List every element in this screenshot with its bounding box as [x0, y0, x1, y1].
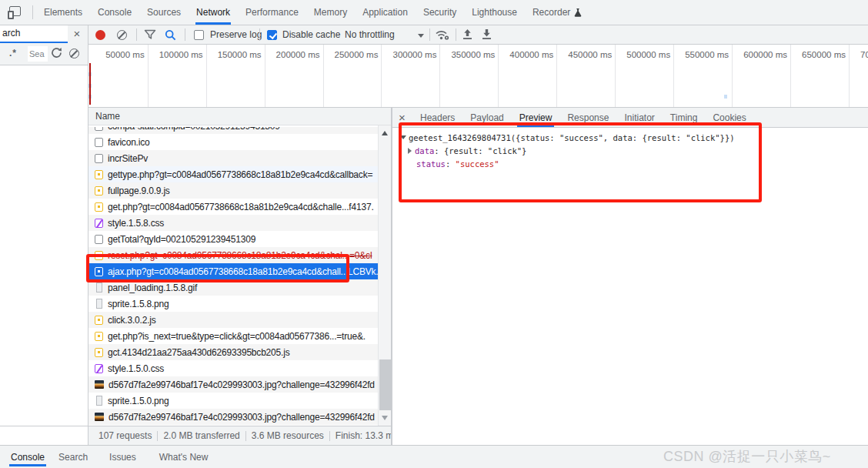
timeline-gridline	[790, 45, 791, 107]
network-toolbar: Preserve log Disable cache No throttling	[88, 25, 868, 45]
tab-label: Memory	[314, 7, 347, 18]
timeline-gridline	[381, 45, 382, 107]
request-name: getTotal?qyId=002105291239451309	[108, 234, 378, 245]
stylesheet-icon	[95, 219, 103, 228]
request-row[interactable]: sprite.1.5.8.png	[88, 296, 378, 312]
request-row[interactable]: gettype.php?gt=c0084ad0567738668c18a81b2…	[88, 166, 378, 182]
regex-toggle-icon[interactable]: .*	[9, 48, 17, 58]
stylesheet-icon	[95, 364, 103, 373]
toggle-device-toolbar-icon[interactable]	[6, 3, 29, 22]
close-icon[interactable]: ×	[70, 27, 84, 41]
script-icon	[95, 332, 103, 341]
tab-network[interactable]: Network	[189, 0, 238, 25]
timeline-gridline	[732, 45, 733, 107]
request-name: compa-stati.compid=002105291239451309	[108, 127, 378, 132]
script-icon	[95, 202, 103, 212]
scrollbar-thumb[interactable]	[379, 359, 392, 410]
timeline-gridline	[673, 45, 674, 107]
timeline-label: 300000 ms	[389, 45, 436, 65]
refresh-icon[interactable]	[51, 47, 62, 62]
request-name: sprite.1.5.8.png	[108, 299, 378, 309]
export-har-icon[interactable]	[482, 29, 492, 43]
timeline-label: 150000 ms	[214, 45, 262, 65]
document-icon	[95, 138, 103, 147]
request-row[interactable]: sprite.1.5.0.png	[88, 393, 378, 409]
tab-recorder[interactable]: Recorder	[525, 0, 589, 25]
tab-application[interactable]: Application	[355, 0, 416, 25]
tab-memory[interactable]: Memory	[306, 0, 355, 25]
timeline-gridline	[323, 45, 324, 107]
tab-security[interactable]: Security	[416, 0, 464, 25]
script-icon	[95, 170, 103, 179]
request-row[interactable]: d567d7fa2e99746baf17e4c029993003.jpg?cha…	[88, 409, 378, 425]
import-har-icon[interactable]	[462, 29, 472, 43]
record-icon[interactable]	[95, 30, 105, 40]
throttling-select[interactable]: No throttling	[345, 25, 395, 45]
tab-elements[interactable]: Elements	[36, 0, 90, 25]
drawer-tab-issues[interactable]: Issues	[108, 446, 138, 468]
preserve-log-label[interactable]: Preserve log	[210, 25, 262, 45]
scrollbar-down-icon[interactable]	[382, 416, 388, 420]
timeline-gridline	[148, 45, 149, 107]
separator	[329, 431, 330, 441]
request-row[interactable]: fullpage.9.0.9.js	[88, 182, 378, 199]
search-input[interactable]: arch	[0, 25, 68, 43]
search-button[interactable]: Sea	[28, 46, 48, 62]
request-name: gettype.php?gt=c0084ad0567738668c18a81b2…	[108, 169, 378, 180]
request-row[interactable]: get.php?is_next=true&type=click&gt=c0084…	[88, 328, 378, 344]
timeline-gridline	[849, 45, 850, 107]
tab-performance[interactable]: Performance	[238, 0, 306, 25]
drawer-tab-search[interactable]: Search	[57, 446, 89, 468]
document-icon	[95, 154, 103, 163]
request-row[interactable]: d567d7fa2e99746baf17e4c029993003.jpg?cha…	[88, 376, 378, 393]
search-icon[interactable]	[165, 29, 176, 44]
drawer-tab-console[interactable]: Console	[9, 446, 46, 468]
request-name: style.1.5.0.css	[108, 363, 378, 374]
request-row[interactable]: compa-stati.compid=002105291239451309	[88, 127, 378, 134]
scrollbar-up-icon[interactable]	[382, 131, 388, 135]
thumbnail-icon	[95, 380, 104, 389]
request-name: click.3.0.2.js	[108, 315, 378, 326]
request-row[interactable]: gct.4134d21aa275aa430d62693395bcb205.js	[88, 344, 378, 360]
tab-label: Lighthouse	[472, 7, 517, 18]
search-drawer-header: arch ×	[0, 25, 88, 44]
tab-lighthouse[interactable]: Lighthouse	[464, 0, 525, 25]
timeline-label: 650000 ms	[798, 45, 846, 65]
summary-bar: 107 requests2.0 MB transferred3.6 MB res…	[88, 426, 391, 445]
separator	[157, 431, 158, 441]
timeline-label: 500000 ms	[623, 45, 670, 65]
image-icon	[96, 299, 102, 309]
request-row[interactable]: style.1.5.8.css	[88, 215, 378, 231]
request-row[interactable]: incrSitePv	[88, 150, 378, 166]
request-row[interactable]: click.3.0.2.js	[88, 312, 378, 328]
disable-cache-label[interactable]: Disable cache	[282, 25, 340, 45]
tab-label: Network	[196, 7, 230, 18]
request-row[interactable]: style.1.5.0.css	[88, 360, 378, 376]
separator	[245, 431, 246, 441]
drawer-tab-what-s-new[interactable]: What's New	[158, 446, 210, 468]
script-icon	[95, 348, 103, 357]
tab-console[interactable]: Console	[90, 0, 139, 25]
tab-label: Performance	[245, 7, 299, 18]
request-name: gct.4134d21aa275aa430d62693395bcb205.js	[108, 347, 378, 358]
preserve-log-checkbox[interactable]	[194, 30, 204, 40]
filter-icon[interactable]	[144, 29, 156, 43]
tab-label: Console	[98, 7, 132, 18]
network-conditions-icon[interactable]	[435, 29, 450, 44]
clear-icon[interactable]	[117, 29, 127, 43]
disable-cache-checkbox[interactable]	[267, 30, 277, 40]
name-column-header[interactable]: Name	[88, 108, 391, 125]
request-row[interactable]: getTotal?qyId=002105291239451309	[88, 231, 378, 247]
request-row[interactable]: get.php?gt=c0084ad0567738668c18a81b2e9ca…	[88, 199, 378, 215]
watermark: CSDN @活捉一只小菜鸟~	[663, 447, 831, 466]
tab-sources[interactable]: Sources	[139, 0, 189, 25]
experiment-flask-icon	[574, 8, 582, 17]
summary-item: 3.6 MB resources	[252, 430, 324, 441]
scrollbar[interactable]	[378, 125, 391, 426]
request-row[interactable]: favicon.ico	[88, 134, 378, 150]
annotation-box-request	[86, 254, 349, 282]
chevron-down-icon[interactable]	[418, 34, 424, 38]
search-toolbar: .* Sea	[0, 44, 88, 65]
timeline-label: 550000 ms	[681, 45, 729, 65]
clear-search-icon[interactable]	[69, 48, 79, 62]
